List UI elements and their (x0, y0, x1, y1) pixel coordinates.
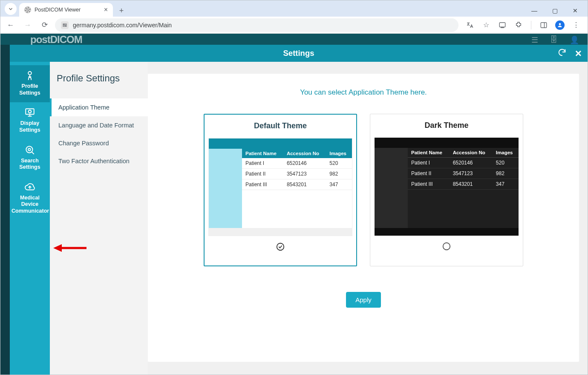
subnav-item-2fa[interactable]: Two Factor Authentication (50, 152, 148, 170)
sidebar-item-display[interactable]: Display Settings (10, 102, 50, 139)
backdrop-user-icon: 👤 (570, 35, 579, 45)
app-brand-hint: postDICOM (30, 34, 82, 46)
cell: Patient I (242, 158, 283, 169)
browser-toolbar: ← → ⟳ germany.postdicom.com/Viewer/Main … (0, 17, 588, 34)
svg-point-11 (28, 72, 32, 75)
outer-left-strip (0, 45, 10, 375)
cell: Patient II (408, 168, 450, 179)
nav-back-button[interactable]: ← (4, 18, 17, 32)
subnav-item-app-theme[interactable]: Application Theme (50, 98, 148, 116)
svg-rect-4 (499, 23, 505, 27)
tab-close-icon[interactable]: × (104, 6, 108, 13)
col-header: Images (326, 149, 352, 158)
col-header: Patient Name (242, 149, 283, 158)
table-row: Patient II3547123982 (242, 169, 352, 179)
svg-rect-12 (26, 109, 34, 115)
new-tab-button[interactable]: + (115, 5, 127, 17)
theme-card-title: Dark Theme (424, 121, 468, 130)
table-row: Patient III8543201347 (242, 179, 352, 190)
radio-selected-icon[interactable] (276, 242, 285, 253)
tab-list-button[interactable] (5, 3, 17, 15)
cell: 520 (326, 158, 352, 169)
backdrop-list-icon: ☰ (531, 35, 538, 45)
subnav-item-label: Language and Date Format (58, 122, 134, 129)
tab-title: PostDICOM Viewer (35, 7, 81, 13)
subnav-item-label: Application Theme (58, 104, 110, 111)
refresh-icon[interactable] (557, 48, 567, 59)
extensions-icon[interactable] (513, 20, 524, 31)
side-panel-icon[interactable] (538, 20, 549, 31)
theme-card-default[interactable]: Default Theme Patient Name Accession No (204, 114, 357, 266)
close-icon[interactable]: × (575, 48, 582, 59)
subnav-item-label: Change Password (58, 140, 109, 147)
cell: Patient I (408, 158, 450, 168)
sidebar-item-profile[interactable]: Profile Settings (10, 65, 50, 102)
sidebar-item-label: Display Settings (12, 120, 48, 133)
browser-tab[interactable]: PostDICOM Viewer × (19, 3, 113, 17)
browser-tab-strip: PostDICOM Viewer × + — ▢ ✕ (0, 0, 588, 17)
cell: 8543201 (450, 179, 493, 190)
cell: 3547123 (450, 168, 493, 179)
apply-button[interactable]: Apply (346, 292, 381, 308)
window-maximize-icon[interactable]: ▢ (548, 7, 561, 14)
svg-point-8 (559, 23, 561, 25)
tab-favicon (24, 6, 31, 13)
subnav-item-label: Two Factor Authentication (58, 158, 130, 164)
install-app-icon[interactable] (497, 20, 508, 31)
radio-unselected-icon[interactable] (442, 242, 451, 253)
cell: 347 (326, 179, 352, 190)
svg-point-16 (26, 146, 32, 153)
monitor-gear-icon (12, 107, 48, 118)
person-icon (12, 69, 48, 81)
svg-rect-5 (501, 27, 504, 28)
subnav-item-password[interactable]: Change Password (50, 134, 148, 152)
page-title: Profile Settings (50, 62, 148, 98)
app-topbar-icons-backdrop: ☰ 🗄 👤 (531, 35, 579, 45)
svg-point-20 (443, 243, 450, 250)
cell: 520 (493, 158, 519, 168)
cell: 982 (326, 169, 352, 179)
settings-main-panel: You can select Application Theme here. D… (148, 74, 579, 362)
app-viewport: ☰ 🗄 👤 postDICOM Settings × (0, 34, 588, 375)
table-row: Patient I6520146520 (408, 158, 519, 168)
sidebar-item-label: Search Settings (12, 158, 48, 171)
svg-point-2 (64, 24, 64, 24)
cell: 347 (493, 179, 519, 190)
sidebar-item-label: Profile Settings (12, 83, 48, 96)
table-row: Patient II3547123982 (408, 168, 519, 179)
translate-icon[interactable] (464, 20, 476, 31)
table-row: Patient I6520146520 (242, 158, 352, 169)
nav-forward-button[interactable]: → (21, 18, 35, 32)
bookmark-star-icon[interactable]: ☆ (481, 20, 492, 31)
cell: Patient II (242, 169, 283, 179)
svg-point-19 (277, 243, 284, 251)
url-text: germany.postdicom.com/Viewer/Main (73, 22, 172, 29)
settings-subnav: Profile Settings Application Theme Langu… (50, 62, 148, 375)
cloud-upload-icon (12, 181, 48, 193)
sidebar-item-search[interactable]: Search Settings (10, 140, 50, 177)
svg-line-17 (32, 152, 34, 154)
cell: 6520146 (450, 158, 493, 168)
window-minimize-icon[interactable]: — (528, 7, 541, 14)
theme-card-dark[interactable]: Dark Theme Patient Name Accession No (370, 114, 523, 266)
site-settings-icon[interactable] (61, 21, 69, 29)
cell: Patient III (408, 179, 450, 190)
themes-row: Default Theme Patient Name Accession No (162, 114, 565, 266)
cell: Patient III (242, 179, 283, 190)
window-close-icon[interactable]: ✕ (569, 7, 582, 14)
address-bar[interactable]: germany.postdicom.com/Viewer/Main (55, 18, 458, 32)
col-header: Accession No (283, 149, 326, 158)
sidebar-item-mdc[interactable]: Medical Device Communicator (10, 177, 50, 221)
nav-reload-button[interactable]: ⟳ (38, 18, 52, 32)
profile-avatar[interactable] (554, 20, 565, 31)
settings-title: Settings (283, 49, 314, 58)
col-header: Patient Name (408, 148, 450, 158)
settings-header: Settings × (10, 45, 588, 62)
table-row: Patient III8543201347 (408, 179, 519, 190)
theme-headline: You can select Application Theme here. (162, 88, 565, 97)
subnav-item-language[interactable]: Language and Date Format (50, 116, 148, 134)
kebab-menu-icon[interactable]: ⋮ (571, 20, 582, 31)
col-header: Images (493, 148, 519, 158)
svg-rect-6 (541, 23, 547, 28)
settings-sidebar: Profile Settings Display Settings Search… (10, 62, 50, 375)
